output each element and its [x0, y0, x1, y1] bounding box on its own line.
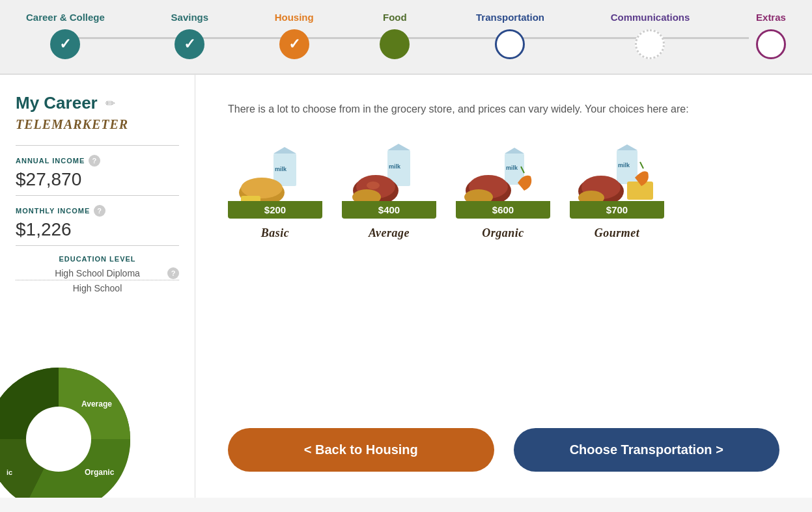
- nav-circle-transportation: [495, 29, 525, 59]
- svg-marker-13: [387, 144, 410, 150]
- monthly-income-help-icon[interactable]: ?: [94, 205, 105, 217]
- nav-label-food: Food: [383, 12, 407, 23]
- content-area: There is a lot to choose from in the gro…: [195, 75, 812, 498]
- nav-label-communications: Communications: [611, 12, 690, 23]
- svg-text:Organic: Organic: [85, 468, 115, 477]
- basic-label: Basic: [261, 226, 290, 240]
- my-career-header: My Career ✏: [16, 93, 179, 113]
- choose-transportation-button[interactable]: Choose Transportation >: [514, 428, 780, 472]
- gourmet-price-badge: $700: [570, 201, 664, 219]
- education-sub: High School: [16, 283, 179, 293]
- nav-step-transportation[interactable]: Transportation: [476, 12, 544, 59]
- svg-point-1: [26, 407, 91, 472]
- my-career-title: My Career: [16, 93, 98, 113]
- nav-step-housing[interactable]: Housing ✓: [275, 12, 314, 59]
- top-navigation: Career & College ✓ Savings ✓ Housing ✓ F…: [0, 0, 812, 75]
- nav-label-transportation: Transportation: [476, 12, 544, 23]
- svg-text:Average: Average: [81, 399, 112, 409]
- education-section: EDUCATION LEVEL High School Diploma ? Hi…: [16, 245, 179, 293]
- back-to-housing-button[interactable]: < Back to Housing: [228, 428, 494, 472]
- monthly-income-value: $1,226: [16, 219, 179, 240]
- monthly-income-label: MONTHLY INCOME ?: [16, 205, 179, 217]
- edit-icon[interactable]: ✏: [105, 96, 115, 111]
- nav-circle-career: ✓: [50, 29, 80, 59]
- food-card-gourmet[interactable]: milk $700 Gourmet: [570, 144, 664, 240]
- nav-circle-extras: [756, 29, 786, 59]
- nav-step-extras[interactable]: Extras: [756, 12, 786, 59]
- food-image-average: milk $400: [342, 144, 436, 219]
- nav-circle-communications: [635, 29, 665, 59]
- svg-point-17: [367, 182, 380, 189]
- svg-marker-27: [617, 144, 637, 150]
- svg-point-10: [241, 178, 283, 198]
- gourmet-label: Gourmet: [595, 226, 640, 240]
- svg-text:Food: Food: [42, 417, 68, 428]
- education-level-label: EDUCATION LEVEL: [16, 255, 179, 263]
- sidebar: My Career ✏ TELEMARKETER ANNUAL INCOME ?…: [0, 75, 195, 498]
- svg-text:milk: milk: [618, 162, 630, 168]
- nav-step-food[interactable]: Food: [380, 12, 410, 59]
- organic-price-badge: $600: [456, 201, 550, 219]
- annual-income-section: ANNUAL INCOME ? $27,870: [16, 145, 179, 195]
- food-options-container: milk $200 Basic: [228, 144, 779, 240]
- svg-text:milk: milk: [506, 165, 518, 171]
- nav-step-career[interactable]: Career & College ✓: [26, 12, 105, 59]
- nav-step-savings[interactable]: Savings ✓: [171, 12, 209, 59]
- svg-text:milk: milk: [275, 166, 287, 172]
- svg-marker-7: [273, 147, 296, 154]
- food-card-average[interactable]: milk $400 Average: [342, 144, 436, 240]
- annual-income-value: $27,870: [16, 169, 179, 190]
- annual-income-help-icon[interactable]: ?: [89, 155, 100, 167]
- svg-line-30: [640, 162, 643, 168]
- education-value: High School Diploma: [16, 268, 179, 280]
- average-price-badge: $400: [342, 201, 436, 219]
- annual-income-label: ANNUAL INCOME ?: [16, 155, 179, 167]
- nav-step-communications[interactable]: Communications: [611, 12, 690, 59]
- svg-text:ic: ic: [7, 468, 12, 476]
- nav-circle-savings: ✓: [175, 29, 204, 59]
- food-card-organic[interactable]: milk $600 Organic: [456, 144, 550, 240]
- education-help-icon[interactable]: ?: [167, 267, 179, 279]
- navigation-buttons: < Back to Housing Choose Transportation …: [228, 428, 779, 472]
- intro-text: There is a lot to choose from in the gro…: [228, 101, 762, 118]
- nav-circle-food: [380, 29, 410, 59]
- basic-price-badge: $200: [228, 201, 322, 219]
- svg-text:milk: milk: [389, 163, 401, 170]
- nav-label-extras: Extras: [756, 12, 786, 23]
- nav-circle-housing: ✓: [279, 29, 309, 59]
- nav-label-career: Career & College: [26, 12, 105, 23]
- food-image-basic: milk $200: [228, 144, 322, 219]
- food-image-organic: milk $600: [456, 144, 550, 219]
- main-layout: My Career ✏ TELEMARKETER ANNUAL INCOME ?…: [0, 75, 812, 498]
- organic-label: Organic: [482, 226, 524, 240]
- career-name: TELEMARKETER: [16, 117, 179, 132]
- svg-marker-20: [505, 148, 524, 154]
- average-label: Average: [369, 226, 410, 240]
- pie-chart-area: Average Organic ic Food: [0, 355, 143, 498]
- monthly-income-section: MONTHLY INCOME ? $1,226: [16, 195, 179, 245]
- nav-label-housing: Housing: [275, 12, 314, 23]
- nav-label-savings: Savings: [171, 12, 209, 23]
- food-card-basic[interactable]: milk $200 Basic: [228, 144, 322, 240]
- food-image-gourmet: milk $700: [570, 144, 664, 219]
- pie-chart: Average Organic ic Food: [0, 355, 143, 498]
